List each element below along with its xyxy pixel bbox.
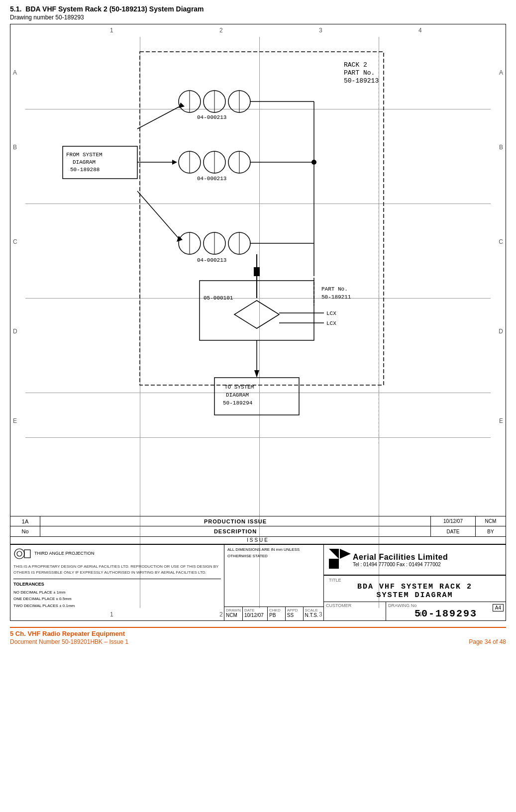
title-line2: SYSTEM DIAGRAM (329, 591, 501, 600)
svg-text:TO SYSTEM: TO SYSTEM (224, 384, 254, 390)
grid-row-D-right: D (499, 328, 503, 335)
proprietary-text: THIS IS A PROPRIETARY DESIGN OF AERIAL F… (13, 564, 221, 576)
appd-val: SS (287, 612, 302, 618)
title-block-right: Aerial Facilities Limited Tel : 01494 77… (324, 545, 506, 620)
system-diagram-svg: RACK 2 PART No. 50-189213 FROM SYSTEM DI… (25, 37, 492, 445)
issue-description: PRODUCTION ISSUE (40, 516, 431, 526)
grid-row-B-right: B (499, 144, 503, 151)
grid-row-E-left: E (13, 417, 17, 424)
drawing-number: Drawing number 50-189293 (10, 14, 506, 21)
issue-header-row: No DESCRIPTION DATE BY (10, 526, 506, 536)
tol-line3: TWO DECIMAL PLACES ± 0.1mm (13, 603, 221, 609)
footer-divider (10, 627, 506, 628)
svg-marker-9 (172, 160, 177, 165)
header-date: DATE (431, 526, 476, 536)
svg-text:DIAGRAM: DIAGRAM (226, 392, 249, 398)
svg-text:LCX: LCX (326, 310, 336, 316)
svg-point-60 (14, 549, 24, 559)
svg-text:RACK 2: RACK 2 (344, 61, 367, 69)
projection-symbol (13, 547, 31, 561)
section-number: 5.1. (10, 5, 21, 13)
scale-val: N.T.S. (305, 612, 322, 618)
header-no: No (10, 526, 40, 536)
tolerances-header: TOLERANCES (13, 581, 221, 588)
svg-marker-46 (234, 301, 279, 328)
issue-row: 1A PRODUCTION ISSUE 10/12/07 NCM (10, 516, 506, 526)
grid-num-1: 1 (110, 27, 113, 34)
title-block-lower: THIRD ANGLE PROJECTION THIS IS A PROPRIE… (10, 544, 506, 620)
date-label: DATE (244, 608, 266, 612)
svg-point-61 (17, 551, 22, 556)
svg-text:DIAGRAM: DIAGRAM (73, 159, 96, 165)
svg-text:FROM SYSTEM: FROM SYSTEM (66, 152, 103, 158)
grid-row-A-right: A (499, 69, 503, 76)
svg-rect-52 (254, 267, 260, 276)
date-val: 10/12/07 (244, 612, 266, 618)
section-title: BDA VHF System Rack 2 (50-189213) System… (25, 5, 204, 13)
title-block-left: THIRD ANGLE PROJECTION THIS IS A PROPRIE… (10, 545, 224, 620)
drawing-frame: 1 2 3 4 1 2 3 4 A B C D E A B C D E (10, 24, 506, 621)
svg-rect-63 (329, 559, 339, 569)
svg-text:05-000101: 05-000101 (204, 295, 233, 301)
grid-row-E-right: E (499, 417, 503, 424)
svg-text:PART No.: PART No. (321, 286, 348, 292)
footer-line1: 5 Ch. VHF Radio Repeater Equipment (10, 630, 506, 637)
grid-num-4: 4 (418, 27, 422, 34)
chkd-label: CHKD (269, 608, 284, 612)
header-description: DESCRIPTION (40, 526, 431, 536)
dimensions-note: ALL DIMENSIONS ARE IN mm UNLESS OTHERWIS… (224, 545, 323, 562)
svg-text:50-189213: 50-189213 (344, 77, 379, 85)
company-name: Aerial Facilities Limited (353, 553, 448, 562)
svg-marker-64 (329, 549, 339, 559)
grid-row-B-left: B (13, 144, 17, 151)
footer-doc-number: Document Number 50-189201HBK – Issue 1 (10, 638, 128, 645)
svg-line-17 (137, 106, 180, 129)
company-tel: Tel : 01494 777000 Fax : 01494 777002 (353, 562, 448, 567)
svg-line-33 (137, 191, 179, 238)
grid-row-C-left: C (13, 238, 17, 245)
svg-text:50-189211: 50-189211 (321, 294, 351, 300)
grid-num-2: 2 (219, 27, 223, 34)
issue-label: ISSUE (10, 537, 506, 544)
grid-row-A-left: A (13, 69, 17, 76)
title-label: TITLE (329, 578, 501, 583)
company-logo-icon (329, 549, 351, 571)
chkd-val: PB (269, 612, 284, 618)
title-line1: BDA VHF SYSTEM RACK 2 (329, 583, 501, 591)
appd-label: APPD (287, 608, 302, 612)
drawing-no-label: DRAWING No (388, 603, 504, 608)
grid-row-D-left: D (13, 328, 17, 335)
scale-label: SCALE (305, 608, 322, 612)
footer-page: Page 34 of 48 (469, 638, 506, 645)
svg-marker-65 (340, 549, 351, 559)
drawing-no-value: 50-189293 (388, 608, 504, 619)
issue-by: NCM (476, 516, 506, 526)
tol-line1: NO DECIMAL PLACE ± 1mm (13, 589, 221, 596)
svg-text:50-189294: 50-189294 (223, 400, 253, 406)
footer-line2: Document Number 50-189201HBK – Issue 1 P… (10, 638, 506, 645)
revision-badge: A4 (493, 604, 504, 611)
projection-label: THIRD ANGLE PROJECTION (34, 550, 95, 557)
grid-row-C-right: C (499, 238, 503, 245)
svg-marker-54 (254, 370, 259, 378)
svg-text:LCX: LCX (326, 320, 336, 326)
drawn-val: NCM (226, 612, 241, 618)
issue-no: 1A (10, 516, 40, 526)
tol-line2: ONE DECIMAL PLACE ± 0.5mm (13, 596, 221, 603)
svg-text:04-000213: 04-000213 (197, 257, 226, 263)
svg-text:04-000213: 04-000213 (197, 114, 226, 120)
drawn-label: DRAWN (226, 608, 241, 612)
svg-text:PART No.: PART No. (344, 69, 375, 77)
header-by: BY (476, 526, 506, 536)
company-area: Aerial Facilities Limited Tel : 01494 77… (324, 545, 506, 575)
svg-text:50-189288: 50-189288 (70, 167, 100, 173)
issue-date: 10/12/07 (431, 516, 476, 526)
title-block: 1A PRODUCTION ISSUE 10/12/07 NCM No DESC… (10, 516, 506, 620)
customer-label: CUSTOMER (326, 603, 384, 608)
svg-text:04-000213: 04-000213 (197, 176, 226, 182)
svg-rect-62 (24, 550, 30, 558)
grid-num-3: 3 (319, 27, 322, 34)
